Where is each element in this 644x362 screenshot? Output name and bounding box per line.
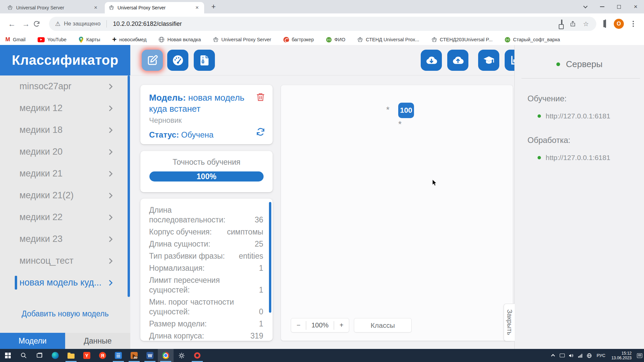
- accuracy-card: Точность обучения 100%: [140, 151, 273, 192]
- params-scrollbar[interactable]: [269, 202, 271, 313]
- param-row: Корпус обучения:симптомы: [149, 227, 263, 237]
- tab-close-icon[interactable]: ×: [194, 4, 200, 11]
- model-card: Модель: новая модель куда встанет Чернов…: [140, 85, 273, 144]
- taskbar-word[interactable]: W: [142, 349, 158, 362]
- graph-node-100[interactable]: 100: [398, 103, 414, 118]
- tray-network[interactable]: [576, 349, 585, 362]
- classes-button[interactable]: Классы: [354, 318, 412, 332]
- minimize-button[interactable]: [594, 0, 610, 13]
- taskbar-apps: Y Я .80 W: [0, 349, 205, 362]
- refresh-button[interactable]: [33, 20, 47, 28]
- sidebar-item-mediki18[interactable]: медики 18: [0, 119, 130, 141]
- taskbar-yandex-browser[interactable]: Y: [79, 349, 95, 362]
- taskbar-edge[interactable]: [47, 349, 63, 362]
- sidebar-item-minsoc-test[interactable]: минсоц_тест: [0, 250, 130, 272]
- zoom-in-button[interactable]: +: [334, 321, 349, 329]
- cloud-download-button[interactable]: [421, 50, 442, 71]
- window-close-button[interactable]: ×: [627, 0, 644, 13]
- tab-data[interactable]: Данные: [65, 333, 130, 349]
- bookmark-fio[interactable]: ФИО: [326, 37, 346, 43]
- bookmark-ups[interactable]: Universal Proxy Server: [213, 37, 271, 43]
- gauge-button[interactable]: [167, 50, 188, 71]
- tab-models[interactable]: Модели: [0, 333, 65, 349]
- bookmark-newtab[interactable]: Новая вкладка: [158, 37, 201, 43]
- back-button[interactable]: ←: [5, 19, 19, 29]
- tray-expand-button[interactable]: [549, 349, 558, 362]
- action-center-button[interactable]: [635, 349, 644, 362]
- zoom-out-button[interactable]: −: [291, 321, 306, 329]
- sidebar-item-mediki23[interactable]: медики 23: [0, 228, 130, 250]
- taskbar-yandex[interactable]: Я: [95, 349, 110, 362]
- bookmark-maps[interactable]: Карты: [79, 37, 100, 43]
- tray-vpn[interactable]: [585, 349, 594, 362]
- cloud-download-icon: [425, 54, 438, 66]
- delete-model-button[interactable]: [256, 92, 265, 102]
- tab-close-icon[interactable]: ×: [93, 4, 99, 11]
- tray-volume[interactable]: [567, 349, 576, 362]
- new-tab-button[interactable]: +: [209, 2, 218, 11]
- sidebar-item-minsoc27apr[interactable]: minsoc27apr: [0, 75, 130, 97]
- bookmark-bugtracker[interactable]: багтрэкер: [283, 37, 314, 43]
- sidebar-item-mediki21-2[interactable]: медики 21(2): [0, 185, 130, 206]
- url-text[interactable]: 10.2.0.202:6182/classifier: [113, 20, 554, 28]
- sidebar-item-mediki22[interactable]: медики 22: [0, 206, 130, 228]
- youtube-icon: [38, 37, 45, 42]
- translate-button[interactable]: [557, 20, 566, 28]
- side-panel-icon: [605, 19, 606, 28]
- bookmark-stend[interactable]: СТЕНД Universal Prox...: [357, 37, 419, 43]
- taskbar-clock[interactable]: 15:12 13.06.2023: [608, 351, 635, 360]
- close-panel-button[interactable]: Закрыть: [504, 304, 515, 341]
- sidebar-item-mediki21[interactable]: медики 21: [0, 163, 130, 185]
- maximize-button[interactable]: [610, 0, 627, 13]
- taskbar-settings[interactable]: [174, 349, 189, 362]
- taskbar-player-app[interactable]: .80: [126, 349, 142, 362]
- sidebar-item-label: новая модель куд...: [19, 277, 101, 288]
- chevron-down-icon: [583, 4, 588, 8]
- taskbar-docs-app[interactable]: [110, 349, 126, 362]
- taskbar-explorer[interactable]: [63, 349, 79, 362]
- bookmark-star-button[interactable]: ☆: [582, 20, 590, 28]
- model-draft-label: Черновик: [149, 116, 264, 125]
- browser-tab[interactable]: Universal Proxy Server ×: [3, 2, 103, 13]
- share-button[interactable]: [569, 20, 578, 27]
- browser-tab-active[interactable]: Universal Proxy Server ×: [105, 2, 204, 13]
- app-badge: .80: [133, 356, 138, 359]
- taskbar-browser2[interactable]: [189, 349, 205, 362]
- task-view-button[interactable]: [32, 349, 47, 362]
- bookmark-novosibmed[interactable]: +новосибмед: [112, 37, 146, 42]
- sidebar-item-mediki20[interactable]: медики 20: [0, 141, 130, 163]
- tray-display[interactable]: [558, 349, 567, 362]
- sidebar-item-new-model-selected[interactable]: новая модель куд...: [0, 272, 130, 294]
- sidebar-scrollbar[interactable]: [128, 75, 130, 297]
- refresh-status-button[interactable]: [256, 127, 265, 137]
- add-model-link[interactable]: Добавить новую модель: [0, 309, 130, 318]
- taskbar-search-button[interactable]: [16, 349, 32, 362]
- bookmark-old-soft[interactable]: Старый_софт_варка: [505, 37, 560, 43]
- forward-button[interactable]: →: [19, 19, 33, 29]
- profile-avatar[interactable]: O: [614, 19, 624, 29]
- bookmark-youtube[interactable]: YouTube: [38, 37, 66, 42]
- edit-model-button[interactable]: [142, 50, 163, 71]
- tab-search-button[interactable]: [577, 0, 594, 13]
- zoom-controls: − 100% +: [291, 318, 349, 332]
- cloud-upload-button[interactable]: [447, 50, 468, 71]
- bookmark-stend203[interactable]: СТЕНД203Universal P...: [431, 37, 493, 43]
- start-button[interactable]: [0, 349, 16, 362]
- bookmark-gmail[interactable]: MGmail: [5, 36, 26, 43]
- graph-canvas[interactable]: * 100 * − 100% + Классы: [281, 85, 513, 341]
- browser-menu-icon[interactable]: [633, 23, 634, 24]
- language-indicator[interactable]: РУС: [594, 353, 608, 358]
- chevron-right-icon: [106, 257, 115, 265]
- chevron-right-icon: [106, 235, 115, 244]
- sidebar-item-mediki12[interactable]: медики 12: [0, 97, 130, 119]
- param-label: Размер модели:: [149, 319, 207, 329]
- train-button[interactable]: [478, 50, 499, 71]
- param-value: 36: [255, 215, 263, 225]
- file-zipper-button[interactable]: [194, 50, 215, 71]
- taskbar-chrome[interactable]: [158, 349, 174, 362]
- omnibox[interactable]: ⚠ Не защищено 10.2.0.202:6182/classifier…: [49, 17, 596, 31]
- side-panel-button[interactable]: [601, 20, 610, 28]
- sidebar-item-label: минсоц_тест: [19, 256, 74, 266]
- share-icon: [569, 20, 576, 27]
- security-label[interactable]: Не защищено: [64, 20, 100, 27]
